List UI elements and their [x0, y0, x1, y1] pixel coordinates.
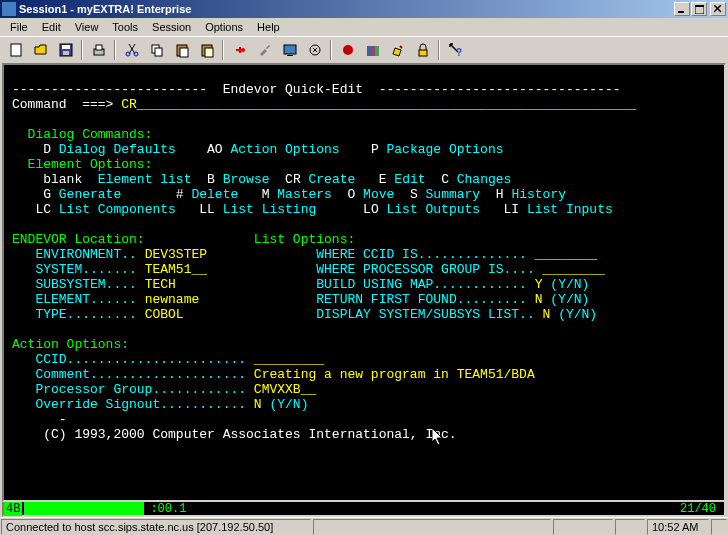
- label-display-list: DISPLAY SYSTEM/SUBSYS LIST..: [207, 307, 542, 322]
- opt-browse: Browse: [223, 172, 270, 187]
- toolbar-separator: [81, 40, 83, 60]
- open-button[interactable]: [29, 39, 52, 61]
- key-c: C: [426, 172, 457, 187]
- menu-options[interactable]: Options: [199, 19, 249, 35]
- field-ccid[interactable]: _________: [254, 352, 324, 367]
- opt-list-inputs: List Inputs: [527, 202, 613, 217]
- record-button[interactable]: [336, 39, 359, 61]
- field-subsystem[interactable]: TECH: [145, 277, 176, 292]
- opt-create: Create: [309, 172, 356, 187]
- opt-action-options: Action Options: [230, 142, 339, 157]
- opt-masters: Masters: [277, 187, 332, 202]
- menu-tools[interactable]: Tools: [106, 19, 144, 35]
- menu-session[interactable]: Session: [146, 19, 197, 35]
- label-override-signout: Override Signout...........: [12, 397, 254, 412]
- cut-button[interactable]: [120, 39, 143, 61]
- copyright-line: (C) 1993,2000 Computer Associates Intern…: [12, 427, 457, 442]
- field-override-signout[interactable]: N: [254, 397, 270, 412]
- label-processor-group: Processor Group............: [12, 382, 254, 397]
- paste-button[interactable]: [170, 39, 193, 61]
- minimize-button[interactable]: [674, 2, 690, 16]
- key-o: O: [332, 187, 363, 202]
- label-ccid: CCID.......................: [12, 352, 254, 367]
- help-context-button[interactable]: ?: [444, 39, 467, 61]
- term-mode: 4B: [4, 502, 22, 516]
- toolbar-separator: [222, 40, 224, 60]
- edit-button[interactable]: [386, 39, 409, 61]
- label-comment: Comment....................: [12, 367, 254, 382]
- yn-hint: (Y/N): [550, 292, 589, 307]
- opt-move: Move: [363, 187, 394, 202]
- svg-rect-2: [695, 5, 704, 7]
- location-heading: ENDEVOR Location:: [12, 232, 145, 247]
- copy-button[interactable]: [145, 39, 168, 61]
- print-button[interactable]: [87, 39, 110, 61]
- titlebar-text: Session1 - myEXTRA! Enterprise: [19, 3, 674, 15]
- svg-point-23: [343, 45, 353, 55]
- label-type: TYPE.........: [12, 307, 145, 322]
- maximize-button[interactable]: [691, 2, 707, 16]
- field-comment[interactable]: Creating a new program in TEAM51/BDA: [254, 367, 535, 382]
- key-li: LI: [480, 202, 527, 217]
- screen-button[interactable]: [278, 39, 301, 61]
- field-element[interactable]: newname: [145, 292, 200, 307]
- svg-rect-8: [63, 51, 69, 55]
- key-ll: LL: [176, 202, 223, 217]
- menu-edit[interactable]: Edit: [36, 19, 67, 35]
- menu-view[interactable]: View: [69, 19, 105, 35]
- svg-rect-5: [11, 44, 21, 56]
- svg-rect-26: [375, 46, 379, 56]
- label-where-proc-group: WHERE PROCESSOR GROUP IS....: [207, 262, 542, 277]
- terminal-statusbar: 4B :00.1 21/40: [2, 502, 726, 517]
- field-processor-group[interactable]: CMVXXB__: [254, 382, 316, 397]
- svg-rect-25: [371, 46, 375, 56]
- menu-file[interactable]: File: [4, 19, 34, 35]
- term-clock: :00.1: [146, 502, 190, 516]
- action-options-heading: Action Options:: [12, 337, 129, 352]
- books-button[interactable]: [361, 39, 384, 61]
- svg-rect-27: [419, 50, 427, 56]
- field-build-map[interactable]: Y: [535, 277, 551, 292]
- key-d: D: [12, 142, 59, 157]
- term-header: ------------------------- Endevor Quick-…: [12, 82, 621, 97]
- app-window: Session1 - myEXTRA! Enterprise File Edit…: [0, 0, 728, 535]
- key-ao: AO: [176, 142, 231, 157]
- opt-history: History: [511, 187, 566, 202]
- status-connection: Connected to host scc.sips.state.nc.us […: [1, 519, 311, 535]
- new-button[interactable]: [4, 39, 27, 61]
- terminal-screen[interactable]: ------------------------- Endevor Quick-…: [2, 63, 726, 502]
- svg-rect-18: [205, 48, 213, 57]
- toolbar-separator: [330, 40, 332, 60]
- field-display-list[interactable]: N: [543, 307, 559, 322]
- macro-button[interactable]: [303, 39, 326, 61]
- opt-package-options: Package Options: [386, 142, 503, 157]
- label-build-map: BUILD USING MAP............: [207, 277, 535, 292]
- yn-hint: (Y/N): [550, 277, 589, 292]
- menu-help[interactable]: Help: [251, 19, 286, 35]
- command-prompt: Command ===>: [12, 97, 121, 112]
- connect-button[interactable]: [228, 39, 251, 61]
- field-where-ccid[interactable]: ________: [535, 247, 597, 262]
- settings-button[interactable]: [253, 39, 276, 61]
- field-environment[interactable]: DEV3STEP: [145, 247, 207, 262]
- field-return-first[interactable]: N: [535, 292, 551, 307]
- paste-special-button[interactable]: [195, 39, 218, 61]
- close-button[interactable]: [710, 2, 726, 16]
- opt-edit: Edit: [394, 172, 425, 187]
- save-button[interactable]: [54, 39, 77, 61]
- label-element: ELEMENT......: [12, 292, 145, 307]
- field-type[interactable]: COBOL: [145, 307, 184, 322]
- field-where-proc-group[interactable]: ________: [543, 262, 605, 277]
- svg-rect-21: [287, 55, 293, 56]
- key-h: H: [480, 187, 511, 202]
- lock-button[interactable]: [411, 39, 434, 61]
- command-value[interactable]: CR: [121, 97, 137, 112]
- field-system[interactable]: TEAM51__: [145, 262, 207, 277]
- svg-rect-14: [155, 48, 162, 56]
- titlebar: Session1 - myEXTRA! Enterprise: [0, 0, 728, 18]
- key-hash: #: [121, 187, 191, 202]
- key-g: G: [12, 187, 59, 202]
- label-system: SYSTEM.......: [12, 262, 145, 277]
- term-cursor-pos: 21/40: [676, 502, 724, 516]
- label-subsystem: SUBSYSTEM....: [12, 277, 145, 292]
